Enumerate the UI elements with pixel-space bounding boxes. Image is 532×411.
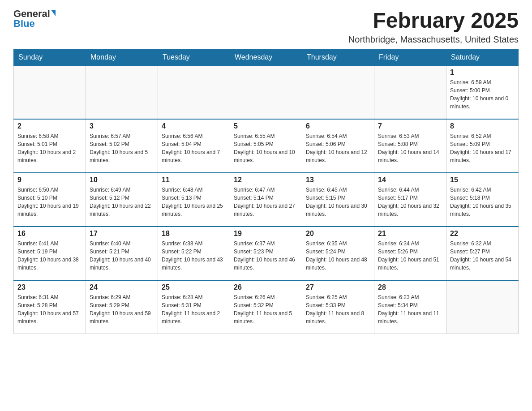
day-info: Sunrise: 6:41 AM Sunset: 5:19 PM Dayligh… [17,240,82,272]
calendar-header-row: SundayMondayTuesdayWednesdayThursdayFrid… [14,49,519,65]
calendar-day-cell [446,280,519,334]
day-info: Sunrise: 6:48 AM Sunset: 5:13 PM Dayligh… [162,186,226,218]
day-number: 23 [17,283,82,291]
day-number: 1 [450,68,515,77]
calendar-day-cell: 26Sunrise: 6:26 AM Sunset: 5:32 PM Dayli… [230,280,302,334]
day-number: 5 [234,122,298,130]
day-number: 25 [162,283,226,291]
day-of-week-header: Friday [374,49,446,65]
calendar-week-row: 23Sunrise: 6:31 AM Sunset: 5:28 PM Dayli… [14,280,519,334]
logo-blue-text: Blue [13,19,35,29]
day-number: 21 [378,230,442,238]
calendar-day-cell: 2Sunrise: 6:58 AM Sunset: 5:01 PM Daylig… [14,119,86,173]
day-number: 3 [90,122,154,130]
day-number: 12 [234,176,298,184]
day-info: Sunrise: 6:40 AM Sunset: 5:21 PM Dayligh… [90,240,154,272]
calendar-day-cell: 13Sunrise: 6:45 AM Sunset: 5:15 PM Dayli… [302,173,374,227]
day-info: Sunrise: 6:26 AM Sunset: 5:32 PM Dayligh… [234,293,298,325]
day-info: Sunrise: 6:28 AM Sunset: 5:31 PM Dayligh… [162,293,226,325]
calendar-day-cell: 19Sunrise: 6:37 AM Sunset: 5:23 PM Dayli… [230,227,302,280]
day-number: 15 [450,176,515,184]
day-info: Sunrise: 6:23 AM Sunset: 5:34 PM Dayligh… [378,293,442,325]
month-title: February 2025 [348,9,519,33]
calendar-day-cell: 27Sunrise: 6:25 AM Sunset: 5:33 PM Dayli… [302,280,374,334]
day-number: 16 [17,230,82,238]
calendar-day-cell: 7Sunrise: 6:53 AM Sunset: 5:08 PM Daylig… [374,119,446,173]
calendar-day-cell: 4Sunrise: 6:56 AM Sunset: 5:04 PM Daylig… [158,119,230,173]
day-number: 13 [306,176,370,184]
day-info: Sunrise: 6:49 AM Sunset: 5:12 PM Dayligh… [90,186,154,218]
day-number: 4 [162,122,226,130]
calendar-day-cell: 12Sunrise: 6:47 AM Sunset: 5:14 PM Dayli… [230,173,302,227]
calendar-day-cell: 10Sunrise: 6:49 AM Sunset: 5:12 PM Dayli… [86,173,158,227]
day-info: Sunrise: 6:25 AM Sunset: 5:33 PM Dayligh… [306,293,370,325]
day-info: Sunrise: 6:29 AM Sunset: 5:29 PM Dayligh… [90,293,154,325]
day-info: Sunrise: 6:54 AM Sunset: 5:06 PM Dayligh… [306,132,370,164]
day-info: Sunrise: 6:38 AM Sunset: 5:22 PM Dayligh… [162,240,226,272]
day-number: 2 [17,122,82,130]
day-number: 24 [90,283,154,291]
day-info: Sunrise: 6:34 AM Sunset: 5:26 PM Dayligh… [378,240,442,272]
day-info: Sunrise: 6:55 AM Sunset: 5:05 PM Dayligh… [234,132,298,164]
calendar-day-cell: 6Sunrise: 6:54 AM Sunset: 5:06 PM Daylig… [302,119,374,173]
calendar-day-cell: 15Sunrise: 6:42 AM Sunset: 5:18 PM Dayli… [446,173,519,227]
calendar-day-cell: 3Sunrise: 6:57 AM Sunset: 5:02 PM Daylig… [86,119,158,173]
day-of-week-header: Wednesday [230,49,302,65]
calendar-day-cell: 14Sunrise: 6:44 AM Sunset: 5:17 PM Dayli… [374,173,446,227]
calendar-day-cell: 5Sunrise: 6:55 AM Sunset: 5:05 PM Daylig… [230,119,302,173]
calendar-day-cell: 1Sunrise: 6:59 AM Sunset: 5:00 PM Daylig… [446,65,519,119]
day-info: Sunrise: 6:47 AM Sunset: 5:14 PM Dayligh… [234,186,298,218]
day-info: Sunrise: 6:57 AM Sunset: 5:02 PM Dayligh… [90,132,154,164]
day-of-week-header: Monday [86,49,158,65]
day-number: 20 [306,230,370,238]
day-number: 22 [450,230,515,238]
day-info: Sunrise: 6:45 AM Sunset: 5:15 PM Dayligh… [306,186,370,218]
calendar-day-cell: 22Sunrise: 6:32 AM Sunset: 5:27 PM Dayli… [446,227,519,280]
calendar-day-cell [302,65,374,119]
day-number: 8 [450,122,515,130]
day-info: Sunrise: 6:59 AM Sunset: 5:00 PM Dayligh… [450,78,515,111]
day-number: 9 [17,176,82,184]
calendar-day-cell [158,65,230,119]
calendar-week-row: 1Sunrise: 6:59 AM Sunset: 5:00 PM Daylig… [14,65,519,119]
calendar-day-cell: 25Sunrise: 6:28 AM Sunset: 5:31 PM Dayli… [158,280,230,334]
day-number: 19 [234,230,298,238]
calendar-day-cell: 11Sunrise: 6:48 AM Sunset: 5:13 PM Dayli… [158,173,230,227]
day-info: Sunrise: 6:32 AM Sunset: 5:27 PM Dayligh… [450,240,515,272]
calendar-day-cell [14,65,86,119]
day-info: Sunrise: 6:53 AM Sunset: 5:08 PM Dayligh… [378,132,442,164]
calendar-day-cell: 28Sunrise: 6:23 AM Sunset: 5:34 PM Dayli… [374,280,446,334]
day-number: 27 [306,283,370,291]
day-of-week-header: Tuesday [158,49,230,65]
calendar-day-cell: 21Sunrise: 6:34 AM Sunset: 5:26 PM Dayli… [374,227,446,280]
page-header: General Blue February 2025 Northbridge, … [13,9,519,45]
day-info: Sunrise: 6:31 AM Sunset: 5:28 PM Dayligh… [17,293,82,325]
day-number: 28 [378,283,442,291]
calendar-day-cell: 23Sunrise: 6:31 AM Sunset: 5:28 PM Dayli… [14,280,86,334]
day-of-week-header: Sunday [14,49,86,65]
logo: General Blue [13,9,56,29]
calendar-week-row: 16Sunrise: 6:41 AM Sunset: 5:19 PM Dayli… [14,227,519,280]
day-info: Sunrise: 6:42 AM Sunset: 5:18 PM Dayligh… [450,186,515,218]
calendar-day-cell: 20Sunrise: 6:35 AM Sunset: 5:24 PM Dayli… [302,227,374,280]
location-subtitle: Northbridge, Massachusetts, United State… [348,34,519,45]
day-info: Sunrise: 6:37 AM Sunset: 5:23 PM Dayligh… [234,240,298,272]
day-info: Sunrise: 6:44 AM Sunset: 5:17 PM Dayligh… [378,186,442,218]
title-block: February 2025 Northbridge, Massachusetts… [348,9,519,45]
logo-arrow-icon [51,10,56,16]
calendar-week-row: 9Sunrise: 6:50 AM Sunset: 5:10 PM Daylig… [14,173,519,227]
day-of-week-header: Saturday [446,49,519,65]
day-info: Sunrise: 6:58 AM Sunset: 5:01 PM Dayligh… [17,132,82,164]
day-info: Sunrise: 6:35 AM Sunset: 5:24 PM Dayligh… [306,240,370,272]
day-info: Sunrise: 6:52 AM Sunset: 5:09 PM Dayligh… [450,132,515,164]
calendar-day-cell: 17Sunrise: 6:40 AM Sunset: 5:21 PM Dayli… [86,227,158,280]
calendar-day-cell: 9Sunrise: 6:50 AM Sunset: 5:10 PM Daylig… [14,173,86,227]
calendar-day-cell: 16Sunrise: 6:41 AM Sunset: 5:19 PM Dayli… [14,227,86,280]
logo-general-text: General [13,9,50,19]
calendar-day-cell: 8Sunrise: 6:52 AM Sunset: 5:09 PM Daylig… [446,119,519,173]
day-number: 10 [90,176,154,184]
calendar-day-cell: 24Sunrise: 6:29 AM Sunset: 5:29 PM Dayli… [86,280,158,334]
calendar-table: SundayMondayTuesdayWednesdayThursdayFrid… [13,49,519,334]
day-of-week-header: Thursday [302,49,374,65]
day-number: 26 [234,283,298,291]
